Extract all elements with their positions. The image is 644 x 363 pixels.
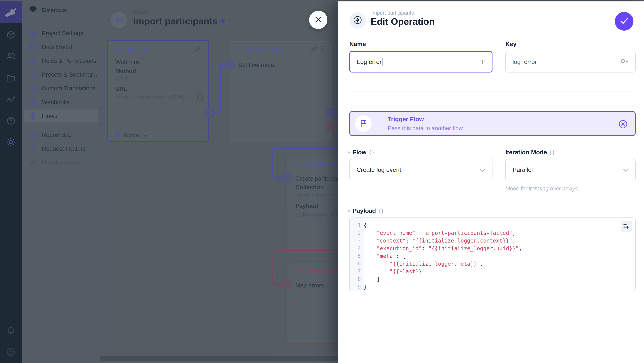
key-value: log_error <box>512 58 537 65</box>
collection-value: participants <box>295 192 334 199</box>
section-divider <box>349 91 636 92</box>
line-number: 7 <box>350 268 361 275</box>
banner-title: Trigger Flow <box>388 116 424 123</box>
arrow-left-icon <box>115 16 123 24</box>
gear-icon <box>6 138 16 147</box>
directus-logo[interactable] <box>0 2 22 23</box>
project-chooser[interactable]: Directus <box>29 7 66 14</box>
edit-pencil-icon[interactable] <box>310 46 317 54</box>
payload-code-editor[interactable]: 1{2 "event_name": "import-participants-f… <box>349 217 636 291</box>
module-files[interactable] <box>0 69 22 87</box>
status-toggle[interactable]: Active <box>116 132 148 139</box>
key-icon <box>620 58 628 65</box>
flag-icon <box>355 115 372 132</box>
code-line: "context": "{{initialize_logger.context}… <box>364 237 516 244</box>
flow-select[interactable]: Create log event <box>349 159 492 180</box>
key-input[interactable]: log_error <box>505 51 636 73</box>
sidebar-item-custom-translations[interactable]: Custom Translations <box>24 82 98 95</box>
code-icon <box>238 46 246 54</box>
page-title: Import participants <box>133 16 218 27</box>
module-users[interactable] <box>0 48 22 66</box>
chevron-down-icon <box>480 166 485 173</box>
cube-icon <box>6 31 15 40</box>
sidebar-item-report-bug[interactable]: Report Bug <box>24 129 98 141</box>
sidebar-item-webhooks[interactable]: Webhooks <box>24 96 98 109</box>
line-number: 9 <box>350 283 361 291</box>
drawer-title: Edit Operation <box>371 16 435 27</box>
line-number: 2 <box>350 229 361 237</box>
bookmark-icon <box>29 71 37 79</box>
cloud-icon <box>29 7 37 14</box>
code-line: } <box>364 283 367 291</box>
unsaved-dot <box>221 19 225 23</box>
code-line: ] <box>364 275 380 283</box>
code-line: "meta": [ <box>364 252 406 260</box>
notifications-button[interactable] <box>0 322 22 340</box>
iteration-mode-select[interactable]: Parallel <box>505 159 636 180</box>
braces-icon: {} <box>379 207 384 214</box>
remove-panel-icon[interactable] <box>618 120 628 130</box>
create-data-panel[interactable]: Create Data Create participant Collectio… <box>287 156 338 253</box>
breadcrumb[interactable]: Flows <box>134 9 148 15</box>
panel-title: Trigger <box>127 46 148 54</box>
sidebar-item-flows[interactable]: Flows <box>24 110 98 122</box>
payload-label: Payload <box>295 202 318 209</box>
url-label: URL <box>115 86 127 92</box>
status-label: Active <box>123 132 139 139</box>
text-format-icon[interactable]: T <box>480 58 485 66</box>
data-model-icon <box>29 44 37 51</box>
line-number: 3 <box>350 237 361 244</box>
iteration-mode-label: Iteration Mode {} <box>505 149 555 156</box>
code-icon <box>295 267 303 275</box>
back-button[interactable] <box>111 12 127 28</box>
code-line: { <box>364 221 367 229</box>
sidebar-item-label: Data Model <box>42 44 72 51</box>
trigger-flow-banner[interactable]: Trigger Flow Pass this data to another f… <box>349 111 636 136</box>
save-button[interactable] <box>615 12 634 31</box>
project-name: Directus <box>42 7 66 14</box>
edit-pencil-icon[interactable] <box>194 46 201 54</box>
sidebar-item-request-feature[interactable]: Request Feature <box>24 142 98 155</box>
module-insights[interactable] <box>0 91 22 109</box>
sidebar-item-project-settings[interactable]: Project Settings <box>24 27 98 40</box>
code-line: "event_name": "import-participants-faile… <box>364 229 516 237</box>
horizontal-scrollbar-thumb[interactable] <box>102 357 277 360</box>
users-icon <box>6 52 16 61</box>
drawer-close-button[interactable] <box>309 11 327 29</box>
module-settings[interactable] <box>0 134 22 151</box>
module-collections[interactable] <box>0 26 22 44</box>
map-errors-panel[interactable]: Run Script Map errors <box>287 263 338 344</box>
banner-subtitle: Pass this data to another flow <box>388 125 463 132</box>
required-dot <box>348 151 350 153</box>
activity-icon <box>6 96 16 104</box>
operation-name: Set flow meta <box>238 62 274 68</box>
interpolation-button[interactable] <box>620 221 632 232</box>
sidebar-item-label: Custom Translations <box>42 85 96 92</box>
copy-icon[interactable] <box>197 93 203 101</box>
sidebar-item-roles-permissions[interactable]: Roles & Permissions <box>24 55 98 67</box>
check-icon <box>620 18 628 25</box>
collection-label: Collection <box>295 184 324 191</box>
sidebar-item-presets-bookmarks[interactable]: Presets & Bookmar... <box>24 68 98 81</box>
name-input[interactable]: Log error T <box>349 51 492 73</box>
module-docs[interactable] <box>0 112 22 130</box>
sidebar-item-label: Flows <box>42 113 57 119</box>
bolt-icon <box>29 112 37 120</box>
user-menu-button[interactable] <box>0 343 22 361</box>
braces-icon: {} <box>550 149 555 156</box>
run-script-panel[interactable]: Run Script Set flow meta <box>230 41 330 142</box>
flow-label: Flow {} <box>348 149 374 156</box>
sidebar-item-data-model[interactable]: Data Model <box>24 41 98 54</box>
drawer-breadcrumb: Import participants <box>371 10 414 16</box>
flow-canvas: Flows Import participants <box>100 2 338 363</box>
payload-label: Payload {} <box>348 207 384 214</box>
method-label: Method <box>115 68 136 75</box>
code-line: "{{initialize_logger.meta}}", <box>364 260 483 268</box>
sidebar-item-label: Roles & Permissions <box>42 58 96 64</box>
plus-icon <box>295 160 301 168</box>
line-number: 1 <box>350 221 361 229</box>
badge-check-icon <box>29 145 37 153</box>
kebab-menu-icon[interactable] <box>321 46 323 54</box>
trigger-panel[interactable]: Trigger Webhook Method POST URL http://l… <box>107 40 209 142</box>
trigger-divider <box>108 130 208 130</box>
